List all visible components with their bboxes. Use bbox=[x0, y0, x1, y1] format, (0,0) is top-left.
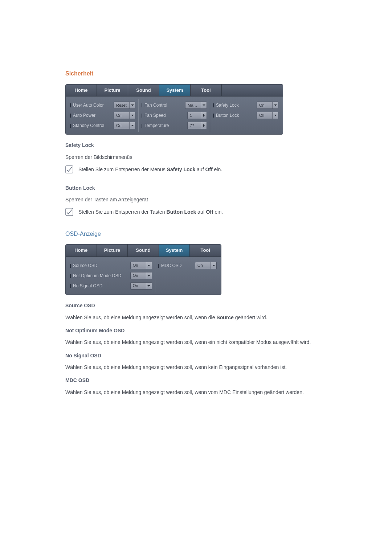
label-fan-speed: Fan Speed bbox=[142, 112, 185, 119]
dropdown-not-optimum-osd[interactable]: On bbox=[130, 272, 152, 279]
dropdown-source-osd[interactable]: On bbox=[130, 262, 152, 269]
tab-home[interactable]: Home bbox=[66, 245, 97, 257]
spinner-temperature[interactable]: 77 bbox=[187, 122, 207, 129]
t: Off bbox=[205, 167, 212, 172]
label-temperature: Temperature bbox=[142, 122, 185, 129]
t: auf bbox=[195, 167, 205, 172]
t: Off bbox=[206, 209, 213, 215]
section-heading-sicherheit: Sicherheit bbox=[65, 69, 327, 78]
subheading-button-lock: Button Lock bbox=[65, 184, 327, 192]
tab-home[interactable]: Home bbox=[66, 85, 97, 97]
tab-tool[interactable]: Tool bbox=[191, 85, 222, 97]
dropdown-value: On bbox=[257, 102, 272, 109]
subheading-safety-lock: Safety Lock bbox=[65, 141, 327, 149]
note-text: Stellen Sie zum Entsperren der Menüs Saf… bbox=[78, 165, 222, 173]
label-safety-lock: Safety Lock bbox=[213, 102, 254, 109]
chevron-down-icon[interactable] bbox=[146, 262, 152, 269]
subheading-no-signal-osd: No Signal OSD bbox=[65, 352, 327, 360]
chevron-down-icon[interactable] bbox=[129, 112, 135, 119]
spinner-value: 1 bbox=[188, 112, 201, 119]
label-source-osd: Source OSD bbox=[70, 262, 128, 269]
dropdown-safety-lock[interactable]: On bbox=[257, 102, 278, 109]
panel-body: Source OSD On Not Optimum Mode OSD On No… bbox=[66, 257, 221, 295]
subheading-not-optimum-osd: Not Optimum Mode OSD bbox=[65, 327, 327, 335]
dropdown-value: On bbox=[195, 262, 211, 269]
dropdown-value: On bbox=[114, 123, 129, 129]
dropdown-standby-control[interactable]: On bbox=[114, 122, 135, 129]
t: Stellen Sie zum Entsperren der Tasten bbox=[78, 209, 167, 215]
section-heading-osd: OSD-Anzeige bbox=[65, 229, 327, 239]
chevron-down-icon[interactable] bbox=[129, 102, 135, 108]
dropdown-value: On bbox=[114, 112, 129, 119]
dropdown-mdc-osd[interactable]: On bbox=[195, 262, 217, 269]
t: ein. bbox=[213, 209, 223, 215]
note-icon bbox=[65, 165, 73, 173]
tabs-sicherheit: Home Picture Sound System Tool bbox=[66, 85, 283, 97]
body-not-optimum-osd: Wählen Sie aus, ob eine Meldung angezeig… bbox=[65, 338, 327, 346]
dropdown-user-auto-color[interactable]: Reset bbox=[114, 102, 135, 109]
dropdown-value: On bbox=[131, 283, 146, 289]
svg-rect-0 bbox=[66, 166, 73, 173]
chevron-down-icon[interactable] bbox=[146, 272, 152, 279]
tab-tool[interactable]: Tool bbox=[190, 245, 221, 257]
panel-col-1: User Auto Color Reset Auto Power On Stan… bbox=[67, 99, 138, 132]
t: Safety Lock bbox=[167, 167, 196, 172]
dropdown-fan-control[interactable]: Man... bbox=[185, 102, 207, 109]
chevron-right-icon[interactable] bbox=[201, 122, 207, 129]
chevron-right-icon[interactable] bbox=[201, 112, 207, 119]
tab-system[interactable]: System bbox=[159, 245, 190, 257]
subheading-mdc-osd: MDC OSD bbox=[65, 376, 327, 384]
dropdown-value: On bbox=[131, 272, 146, 279]
t: Source bbox=[216, 315, 233, 320]
dropdown-auto-power[interactable]: On bbox=[114, 112, 135, 119]
chevron-down-icon[interactable] bbox=[201, 102, 207, 108]
chevron-down-icon[interactable] bbox=[272, 112, 278, 119]
tabs-osd: Home Picture Sound System Tool bbox=[66, 245, 221, 257]
panel-col-3: Safety Lock On Button Lock Off bbox=[210, 99, 281, 132]
tab-system[interactable]: System bbox=[159, 85, 191, 97]
body-mdc-osd: Wählen Sie aus, ob eine Meldung angezeig… bbox=[65, 388, 327, 396]
t: geändert wird. bbox=[234, 315, 268, 320]
spinner-fan-speed[interactable]: 1 bbox=[187, 112, 207, 119]
body-source-osd: Wählen Sie aus, ob eine Meldung angezeig… bbox=[65, 313, 327, 321]
tab-picture[interactable]: Picture bbox=[97, 245, 128, 257]
label-fan-control: Fan Control bbox=[142, 102, 183, 109]
label-button-lock: Button Lock bbox=[213, 112, 254, 119]
dropdown-value: On bbox=[131, 262, 146, 269]
chevron-down-icon[interactable] bbox=[146, 283, 152, 289]
tab-sound[interactable]: Sound bbox=[128, 245, 159, 257]
t: Stellen Sie zum Entsperren der Menüs bbox=[78, 167, 167, 172]
t: auf bbox=[196, 209, 206, 215]
label-auto-power: Auto Power bbox=[70, 112, 111, 119]
label-mdc-osd: MDC OSD bbox=[158, 262, 193, 269]
label-standby-control: Standby Control bbox=[70, 122, 111, 129]
body-safety-lock: Sperren der Bildschirmmenüs bbox=[65, 153, 327, 161]
chevron-down-icon[interactable] bbox=[211, 262, 216, 269]
label-not-optimum-osd: Not Optimum Mode OSD bbox=[70, 272, 128, 279]
body-button-lock: Sperren der Tasten am Anzeigegerät bbox=[65, 196, 327, 204]
dropdown-no-signal-osd[interactable]: On bbox=[130, 282, 152, 290]
note-icon bbox=[65, 208, 73, 216]
panel-col-1: Source OSD On Not Optimum Mode OSD On No… bbox=[67, 259, 155, 292]
panel-col-2: Fan Control Man... Fan Speed 1 Temperatu… bbox=[138, 99, 210, 132]
note-button-lock: Stellen Sie zum Entsperren der Tasten Bu… bbox=[65, 208, 327, 220]
dropdown-value: Reset bbox=[114, 102, 129, 109]
chevron-down-icon[interactable] bbox=[129, 122, 135, 129]
label-user-auto-color: User Auto Color bbox=[70, 102, 111, 109]
label-no-signal-osd: No Signal OSD bbox=[70, 283, 128, 290]
spinner-value: 77 bbox=[188, 123, 201, 129]
panel-sicherheit: Home Picture Sound System Tool User Auto… bbox=[65, 84, 283, 135]
body-no-signal-osd: Wählen Sie aus, ob eine Meldung angezeig… bbox=[65, 363, 327, 371]
panel-body: User Auto Color Reset Auto Power On Stan… bbox=[66, 97, 283, 134]
note-text: Stellen Sie zum Entsperren der Tasten Bu… bbox=[78, 208, 223, 216]
t: ein. bbox=[213, 167, 222, 172]
panel-osd: Home Picture Sound System Tool Source OS… bbox=[65, 244, 221, 295]
t: Button Lock bbox=[167, 209, 196, 215]
tab-picture[interactable]: Picture bbox=[97, 85, 128, 97]
t: Wählen Sie aus, ob eine Meldung angezeig… bbox=[65, 315, 216, 320]
note-safety-lock: Stellen Sie zum Entsperren der Menüs Saf… bbox=[65, 165, 327, 178]
chevron-down-icon[interactable] bbox=[272, 102, 278, 108]
panel-col-2: MDC OSD On bbox=[155, 259, 220, 292]
dropdown-button-lock[interactable]: Off bbox=[257, 112, 278, 119]
tab-sound[interactable]: Sound bbox=[128, 85, 159, 97]
